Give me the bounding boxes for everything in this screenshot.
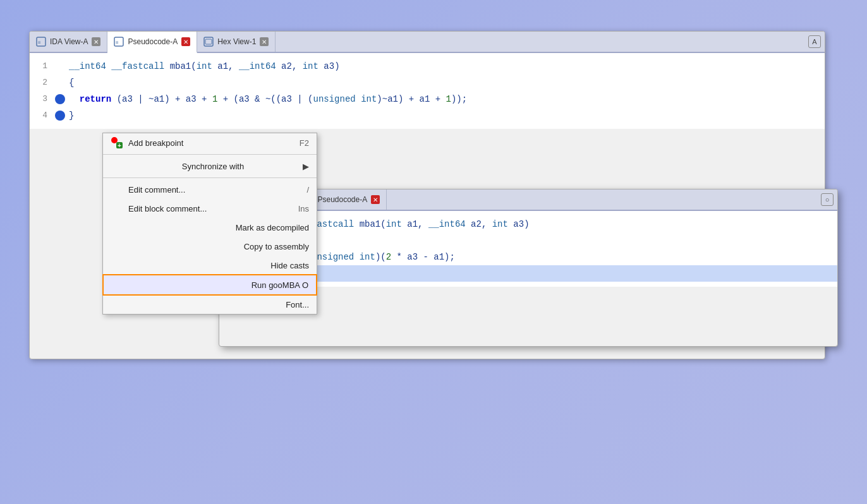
menu-hide-casts-label: Hide casts (270, 261, 309, 270)
overlay-extra-icon[interactable]: ○ (821, 193, 834, 206)
svg-rect-5 (205, 39, 212, 44)
mark-decompiled-icon (111, 221, 123, 234)
menu-font[interactable]: Font... (103, 295, 317, 314)
code-text-1: __int64 __fastcall mba1(int a1, __int64 … (69, 58, 340, 75)
menu-mark-decompiled-label: Mark as decompiled (236, 223, 309, 232)
tab-hex-view-1-close[interactable]: ✕ (260, 37, 269, 46)
tab-hex-view-1[interactable]: Hex View-1 ✕ (197, 32, 276, 52)
extra-icon-a[interactable]: A (808, 35, 821, 48)
context-menu: + Add breakpoint F2 Synchronize with ▶ E… (102, 133, 317, 315)
menu-sep-2 (103, 177, 317, 178)
menu-copy-assembly-label: Copy to assembly (244, 242, 309, 251)
hex-view-icon (203, 37, 214, 47)
tab-ida-view-a-close[interactable]: ✕ (92, 37, 100, 46)
menu-edit-comment-label: Edit comment... (128, 185, 185, 195)
tab-hex-view-1-label: Hex View-1 (217, 37, 256, 46)
line-num-1: 1 (30, 58, 55, 75)
sync-menu-icon (111, 160, 123, 172)
no-dot-2 (55, 78, 65, 88)
svg-text:≡: ≡ (116, 40, 119, 45)
ida-view-icon: ≡ (36, 37, 46, 47)
code-text-4: } (69, 107, 74, 124)
menu-edit-comment-shortcut: / (306, 185, 309, 195)
svg-text:≡: ≡ (38, 40, 41, 45)
line-num-4: 4 (30, 107, 55, 124)
menu-run-goomba[interactable]: Run gooMBA O (103, 275, 317, 295)
menu-synchronize-arrow: ▶ (303, 162, 309, 171)
line-num-2: 2 (30, 75, 55, 91)
menu-add-breakpoint-label: Add breakpoint (128, 138, 183, 148)
menu-edit-block-comment-label: Edit block comment... (128, 204, 207, 213)
menu-edit-block-comment[interactable]: Edit block comment... Ins (103, 199, 317, 218)
tab-ida-view-a-label: IDA View-A (50, 37, 88, 46)
hide-casts-icon (111, 259, 123, 272)
menu-font-label: Font... (286, 300, 309, 309)
menu-sep-1 (103, 154, 317, 155)
menu-add-breakpoint[interactable]: + Add breakpoint F2 (103, 133, 317, 152)
menu-copy-assembly[interactable]: Copy to assembly (103, 237, 317, 256)
code-line-2: 2 { (30, 75, 825, 91)
menu-mark-decompiled[interactable]: Mark as decompiled (103, 218, 317, 237)
copy-assembly-icon (111, 240, 123, 253)
pseudocode-icon: ≡ (114, 37, 124, 47)
edit-comment-icon (111, 183, 123, 196)
code-text-3: return (a3 | ~a1) + a3 + 1 + (a3 & ~((a3… (69, 91, 467, 107)
main-code-area: 1 __int64 __fastcall mba1(int a1, __int6… (30, 53, 825, 129)
menu-synchronize-with[interactable]: Synchronize with ▶ (103, 157, 317, 176)
main-tab-bar: ≡ IDA View-A ✕ ≡ Pseudocode-A ✕ Hex View… (30, 32, 825, 53)
font-icon (111, 298, 123, 311)
tab-ida-view-a[interactable]: ≡ IDA View-A ✕ (30, 32, 107, 52)
menu-hide-casts[interactable]: Hide casts (103, 256, 317, 275)
overlay-tab-pseudocode-label: Pseudocode-A (317, 195, 367, 204)
code-line-3: 3 return (a3 | ~a1) + a3 + 1 + (a3 & ~((… (30, 91, 825, 107)
no-dot-1 (55, 61, 65, 71)
breakpoint-dot-3 (55, 94, 65, 104)
tab-pseudocode-a-label: Pseudocode-A (128, 37, 178, 46)
menu-add-breakpoint-shortcut: F2 (300, 138, 309, 148)
overlay-tab-extras: ○ (818, 189, 837, 210)
line-num-3: 3 (30, 91, 55, 107)
breakpoint-dot-4 (55, 111, 65, 121)
menu-edit-block-comment-shortcut: Ins (298, 204, 309, 213)
breakpoint-menu-icon: + (111, 136, 123, 149)
tab-pseudocode-a[interactable]: ≡ Pseudocode-A ✕ (107, 32, 197, 53)
code-line-1: 1 __int64 __fastcall mba1(int a1, __int6… (30, 58, 825, 75)
code-text-2: { (69, 75, 74, 91)
code-line-4: 4 } (30, 107, 825, 124)
menu-run-goomba-label: Run gooMBA O (252, 280, 308, 290)
tab-pseudocode-a-close[interactable]: ✕ (181, 37, 190, 46)
run-goomba-icon (111, 279, 124, 291)
tab-extras: A (806, 32, 825, 52)
menu-synchronize-with-label: Synchronize with (182, 162, 244, 171)
edit-block-comment-icon (111, 202, 123, 215)
overlay-tab-pseudocode-close[interactable]: ✕ (371, 195, 380, 204)
menu-edit-comment[interactable]: Edit comment... / (103, 180, 317, 199)
